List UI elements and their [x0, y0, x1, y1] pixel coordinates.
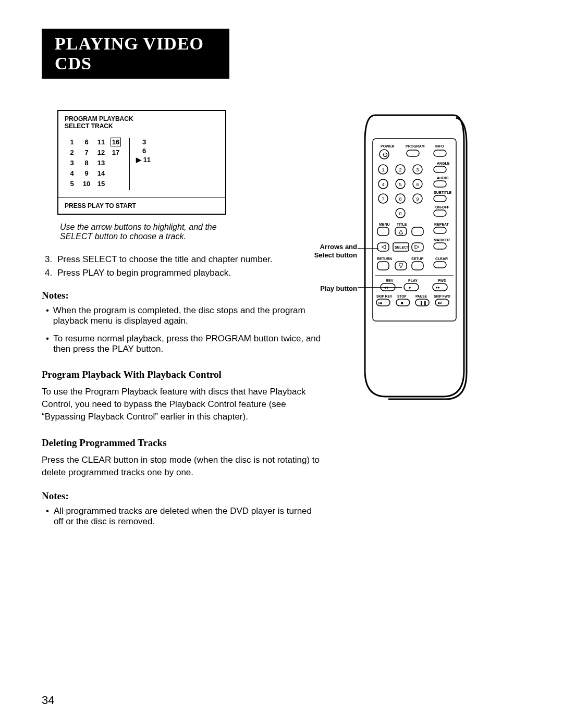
svg-text:3: 3	[416, 167, 419, 172]
callout-play: Play button	[308, 285, 357, 293]
notes-heading: Notes:	[42, 490, 323, 502]
osd-header-1: PROGRAM PLAYBACK	[65, 115, 219, 122]
note-text: To resume normal playback, press the PRO…	[53, 334, 323, 354]
svg-text:▸▸: ▸▸	[436, 285, 440, 290]
svg-text:8: 8	[399, 196, 401, 202]
svg-text:REPEAT: REPEAT	[434, 223, 449, 226]
track-cell: 6	[79, 138, 94, 149]
track-cell: 17	[108, 149, 123, 159]
svg-text:CLEAR: CLEAR	[435, 257, 448, 261]
bullet-icon: •	[46, 305, 53, 326]
section-heading: Deleting Programmed Tracks	[42, 437, 323, 449]
svg-text:RETURN: RETURN	[377, 257, 392, 261]
step-text: Press PLAY to begin programmed playback.	[57, 268, 231, 278]
svg-text:TITLE: TITLE	[397, 223, 407, 226]
note-text: All programmed tracks are deleted when t…	[54, 506, 323, 527]
track-cell: 2	[65, 149, 79, 159]
svg-text:SKIP FWD: SKIP FWD	[434, 294, 450, 298]
track-cell: 10	[79, 180, 94, 190]
bullet-icon: •	[46, 334, 53, 354]
osd-caption: Use the arrow buttons to highlight, and …	[60, 223, 242, 241]
section-body: Press the CLEAR button in stop mode (whe…	[42, 454, 323, 479]
selected-track: 3	[142, 138, 151, 146]
track-cell: 7	[79, 149, 94, 159]
svg-text:INFO: INFO	[435, 144, 444, 148]
note-text: When the program is completed, the disc …	[53, 305, 323, 326]
track-cell: 13	[94, 159, 108, 169]
svg-text:⏻: ⏻	[383, 152, 388, 157]
selected-track: 6	[142, 147, 151, 155]
svg-text:SETUP: SETUP	[411, 257, 424, 261]
step-number: 4.	[45, 268, 57, 278]
svg-text:0: 0	[399, 211, 401, 216]
track-cell: 9	[79, 169, 94, 180]
svg-text:ON-OFF: ON-OFF	[435, 205, 450, 209]
svg-text:ANGLE: ANGLE	[437, 162, 450, 165]
svg-text:6: 6	[416, 182, 419, 187]
svg-text:⏭: ⏭	[438, 301, 442, 305]
svg-text:FWD: FWD	[438, 279, 446, 282]
svg-text:4: 4	[382, 182, 384, 187]
page-title: PLAYING VIDEO CDS	[42, 29, 229, 79]
notes-heading: Notes:	[42, 290, 323, 301]
track-cell: 12	[94, 149, 108, 159]
step-text: Press SELECT to choose the title and cha…	[57, 254, 273, 265]
svg-text:SKIP REV: SKIP REV	[376, 294, 393, 298]
svg-text:SUBTITLE: SUBTITLE	[434, 191, 452, 194]
svg-text:STOP: STOP	[397, 294, 407, 298]
svg-text:9: 9	[416, 196, 419, 202]
svg-text:REV: REV	[386, 279, 394, 282]
svg-text:1: 1	[382, 167, 384, 172]
svg-text:5: 5	[399, 182, 401, 187]
svg-text:MARKER: MARKER	[434, 238, 450, 242]
section-body: To use the Program Playback feature with…	[42, 386, 323, 423]
svg-text:⏮: ⏮	[378, 301, 383, 305]
track-cell: 8	[79, 159, 94, 169]
page-number: 34	[42, 694, 54, 707]
track-grid: 1 6 11 16 2 7 12 17 3 8 13 4 9	[65, 138, 123, 190]
svg-text:POWER: POWER	[381, 144, 394, 148]
remote-control-diagram: POWER ⏻ PROGRAM INFO ANGLE AUDIO SUBTITL…	[360, 110, 469, 402]
svg-text:❚❚: ❚❚	[420, 301, 427, 305]
track-cell: 4	[65, 169, 79, 180]
track-cell: 11	[94, 138, 108, 149]
track-cell: 1	[65, 138, 79, 149]
callout-arrows-select: Arrows and Select button	[308, 243, 357, 259]
track-cell: 15	[94, 180, 108, 190]
svg-text:7: 7	[382, 196, 384, 202]
svg-text:2: 2	[399, 167, 401, 172]
svg-text:PLAY: PLAY	[408, 279, 418, 282]
selected-track: ▶ 11	[142, 156, 151, 164]
track-cell: 5	[65, 180, 79, 190]
svg-text:■: ■	[401, 301, 403, 305]
osd-footer: PRESS PLAY TO START	[58, 198, 225, 214]
track-cell: 3	[65, 159, 79, 169]
svg-text:PAUSE: PAUSE	[415, 294, 427, 298]
section-heading: Program Playback With Playback Control	[42, 369, 323, 380]
svg-text:MENU: MENU	[379, 223, 390, 226]
track-cell: 14	[94, 169, 108, 180]
step-number: 3.	[45, 254, 57, 265]
osd-screen: PROGRAM PLAYBACK SELECT TRACK 1 6 11 16 …	[57, 110, 226, 215]
svg-text:SELECT: SELECT	[395, 245, 409, 249]
osd-header-2: SELECT TRACK	[65, 122, 219, 130]
track-cell: 16	[108, 138, 123, 149]
bullet-icon: •	[46, 506, 54, 527]
svg-text:PROGRAM: PROGRAM	[406, 144, 425, 148]
svg-text:AUDIO: AUDIO	[437, 176, 449, 180]
svg-text:▸: ▸	[409, 285, 411, 290]
